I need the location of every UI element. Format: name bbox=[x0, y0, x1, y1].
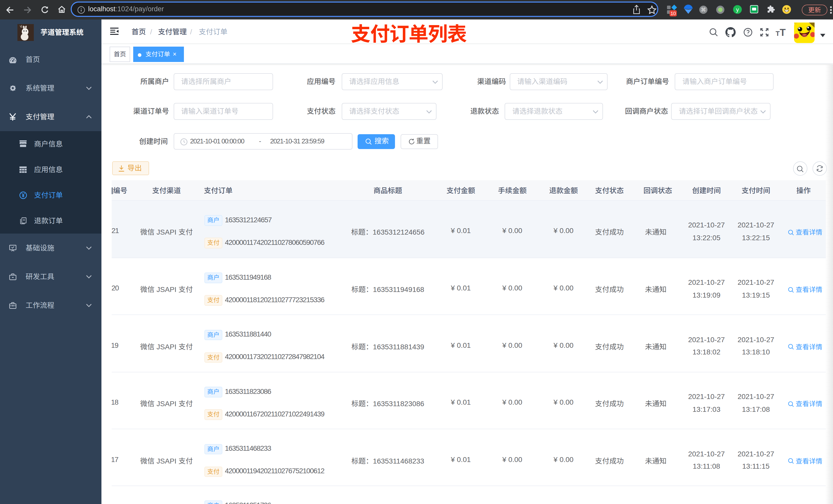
svg-text:⌘: ⌘ bbox=[701, 7, 706, 13]
svg-text:y: y bbox=[736, 6, 739, 13]
svg-text:10: 10 bbox=[670, 11, 676, 16]
